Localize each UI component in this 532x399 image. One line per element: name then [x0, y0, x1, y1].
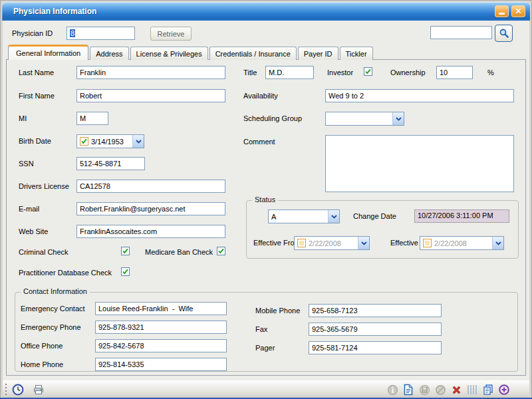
effective-to-checkbox[interactable] [423, 239, 432, 247]
delete-icon[interactable] [450, 383, 463, 396]
web-site-input[interactable] [76, 225, 225, 238]
web-site-label: Web Site [19, 227, 48, 235]
scheduling-group-dropdown[interactable] [325, 112, 404, 126]
drivers-license-label: Drivers License [19, 182, 69, 190]
ssn-label: SSN [19, 160, 34, 168]
status-dropdown[interactable]: A [268, 209, 340, 223]
criminal-check-label: Criminal Check [19, 248, 68, 256]
tab-strip: General Information Address License & Pr… [8, 45, 373, 60]
office-phone-input[interactable] [95, 339, 227, 352]
status-groupbox: Status A Change Date 10/27/2006 3:11:00 … [246, 200, 519, 259]
tab-credentials-insurance[interactable]: Credentials / Insurance [209, 47, 297, 60]
emergency-phone-input[interactable] [95, 321, 227, 334]
statusbar-left-icons [11, 383, 45, 396]
effective-from-picker[interactable]: 2/22/2008 [294, 236, 370, 250]
change-date-field: 10/27/2006 3:11:00 PM [414, 209, 509, 223]
effective-from-value: 2/22/2008 [306, 239, 358, 247]
tab-tickler[interactable]: Tickler [340, 47, 373, 60]
birth-date-label: Birth Date [19, 137, 51, 145]
chevron-down-icon [136, 140, 142, 144]
ssn-input[interactable] [76, 157, 145, 170]
search-button[interactable] [495, 25, 513, 42]
effective-to-value: 2/22/2008 [432, 239, 492, 247]
mi-label: MI [19, 114, 27, 122]
comment-textarea[interactable] [325, 135, 514, 192]
birth-date-picker[interactable]: 3/14/1953 [76, 134, 144, 148]
change-date-label: Change Date [353, 212, 396, 220]
email-label: E-mail [19, 205, 39, 213]
birth-date-checkbox[interactable] [80, 137, 88, 146]
chevron-down-icon [396, 117, 402, 121]
add-icon[interactable] [497, 383, 511, 396]
drivers-license-input[interactable] [76, 180, 225, 193]
tab-address[interactable]: Address [90, 47, 128, 60]
window-controls: ✕ [495, 5, 525, 17]
physician-id-label: Physician ID [12, 29, 53, 37]
minimize-icon [499, 13, 505, 15]
first-name-input[interactable] [76, 89, 225, 102]
tab-payer-id[interactable]: Payer ID [298, 47, 338, 60]
effective-from-checkbox[interactable] [297, 239, 306, 247]
ownership-label: Ownership [390, 68, 426, 76]
practitioner-db-check-checkbox[interactable] [121, 267, 130, 276]
investor-label: Investor [327, 68, 353, 76]
status-bar [3, 380, 529, 398]
email-input[interactable] [76, 202, 225, 215]
status-value: A [269, 213, 328, 221]
office-phone-label: Office Phone [21, 342, 63, 350]
clock-icon[interactable] [11, 383, 25, 396]
status-dropdown-button[interactable] [328, 210, 339, 223]
last-name-input[interactable] [76, 66, 225, 79]
physician-id-input[interactable]: 8 [66, 27, 135, 40]
info-icon[interactable] [386, 383, 399, 396]
pager-input[interactable] [309, 341, 442, 354]
effective-to-dropdown-button[interactable] [492, 237, 503, 249]
tab-license-privileges[interactable]: License & Privileges [130, 47, 208, 60]
practitioner-db-check-label: Practitioner Database Check [19, 269, 112, 277]
contact-group-title: Contact Information [21, 287, 90, 295]
retrieve-button[interactable]: Retrieve [150, 27, 192, 41]
chevron-down-icon [495, 241, 501, 245]
close-button[interactable]: ✕ [511, 5, 525, 17]
fax-label: Fax [255, 325, 267, 333]
effective-to-picker[interactable]: 2/22/2008 [420, 236, 504, 250]
search-input[interactable] [430, 26, 492, 39]
home-phone-input[interactable] [95, 358, 227, 371]
tab-general-information[interactable]: General Information [8, 45, 88, 60]
scheduling-group-dropdown-button[interactable] [392, 112, 404, 125]
medicare-ban-check-checkbox[interactable] [217, 247, 225, 255]
copy-documents-icon[interactable] [481, 383, 495, 396]
availability-input[interactable] [325, 89, 514, 102]
effective-from-dropdown-button[interactable] [358, 237, 369, 249]
availability-label: Availability [243, 92, 278, 100]
birth-date-dropdown-button[interactable] [132, 135, 144, 148]
mobile-phone-input[interactable] [309, 304, 442, 317]
chevron-down-icon [361, 241, 367, 245]
first-name-label: First Name [19, 92, 55, 100]
scheduling-group-label: Scheduling Group [243, 114, 302, 122]
criminal-check-checkbox[interactable] [121, 247, 130, 255]
close-icon: ✕ [515, 7, 521, 15]
emergency-contact-label: Emergency Contact [21, 305, 85, 313]
title-input[interactable] [265, 66, 314, 79]
emergency-contact-input[interactable] [95, 302, 227, 315]
minimize-button[interactable] [495, 5, 509, 17]
print-icon[interactable] [32, 383, 45, 396]
save-icon[interactable] [418, 383, 431, 396]
ownership-input[interactable] [436, 66, 473, 79]
new-document-icon[interactable] [402, 383, 415, 396]
title-bar: Physician Information ✕ [2, 2, 530, 21]
investor-checkbox[interactable] [364, 67, 372, 76]
fax-input[interactable] [309, 323, 442, 336]
search-icon [499, 28, 509, 39]
mobile-phone-label: Mobile Phone [255, 307, 300, 315]
birth-date-value: 3/14/1953 [88, 138, 132, 146]
mi-input[interactable] [76, 112, 108, 125]
columns-separator-icon[interactable] [466, 383, 479, 396]
status-group-title: Status [252, 196, 278, 203]
window-title: Physician Information [13, 7, 96, 16]
physician-information-window: Physician Information ✕ Physician ID 8 R… [0, 0, 532, 399]
ownership-percent-sign: % [487, 68, 494, 76]
cancel-icon[interactable] [434, 383, 447, 396]
title-label: Title [243, 68, 257, 76]
